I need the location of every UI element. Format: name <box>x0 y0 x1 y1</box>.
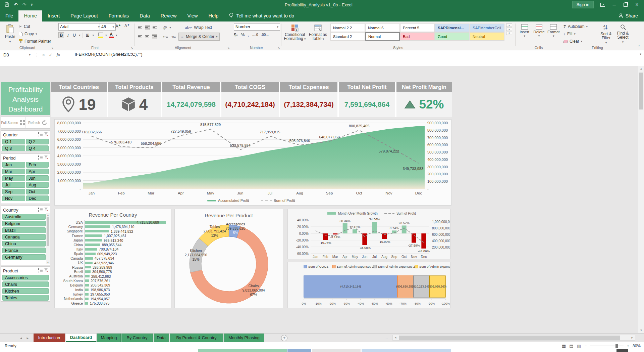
horizontal-scrollbar[interactable]: ◄ ► <box>392 335 635 341</box>
slicer-item-canada[interactable]: Canada <box>2 234 46 240</box>
underline-button[interactable]: U <box>72 33 77 38</box>
align-left-button[interactable] <box>138 35 142 39</box>
slicer-item-dec[interactable]: Dec <box>26 195 49 201</box>
ribbon-tab-help[interactable]: Help <box>203 10 224 21</box>
decrease-decimal-button[interactable]: .00→ <box>261 33 269 37</box>
ribbon-tab-data[interactable]: Data <box>134 10 155 21</box>
sheet-tab-data[interactable]: Data <box>154 334 169 342</box>
clear-filter-button[interactable] <box>44 208 49 213</box>
autosum-button[interactable]: ΣAutoSum▾ <box>564 23 588 30</box>
maximize-button[interactable] <box>621 1 631 9</box>
paste-button[interactable]: Paste▾ <box>3 22 17 43</box>
sheet-tab-introduction[interactable]: Introduction <box>34 334 65 342</box>
name-box[interactable]: D3▾ <box>0 51 32 58</box>
font-size-select[interactable]: 48▾ <box>100 23 116 31</box>
slicer-item-q1[interactable]: Q 1 <box>2 139 25 144</box>
conditional-formatting-button[interactable]: ≠ ConditionalFormatting ▾ <box>283 22 306 41</box>
cancel-button[interactable]: × <box>42 52 45 57</box>
clear-filter-button[interactable] <box>44 132 49 137</box>
font-dialog-launcher[interactable]: ↘ <box>130 46 133 49</box>
zoom-in-button[interactable]: + <box>627 344 629 348</box>
cell-style-bad[interactable]: Bad <box>400 32 435 41</box>
slicer-item-kitchen[interactable]: Kitchen <box>2 288 49 294</box>
ribbon-tab-page-layout[interactable]: Page Layout <box>65 10 103 21</box>
enter-button[interactable]: ✓ <box>49 52 53 57</box>
cell-style-sapmembercell[interactable]: SAPMemberCell <box>470 24 504 32</box>
slicer-item-accessories[interactable]: Accessories <box>2 275 49 280</box>
slicer-item-may[interactable]: May <box>2 175 25 181</box>
slicer-item-china[interactable]: China <box>2 241 46 247</box>
slicer-scrollbar[interactable]: ▲▼ <box>46 213 50 264</box>
slicer-item-jan[interactable]: Jan <box>2 162 25 168</box>
align-middle-button[interactable] <box>145 25 150 30</box>
sign-in-button[interactable]: Sign in <box>572 1 594 8</box>
multi-select-button[interactable] <box>38 156 43 161</box>
profit-trend-chart[interactable]: -1,000,000,0002,000,000,0003,000,000,000… <box>54 119 451 206</box>
delete-cells-button[interactable]: Delete▾ <box>532 21 546 38</box>
zoom-level[interactable]: 80% <box>633 344 641 348</box>
vertical-scroll-thumb[interactable] <box>639 73 643 109</box>
slicer-item-jun[interactable]: Jun <box>26 175 49 181</box>
slicer-item-aug[interactable]: Aug <box>26 182 49 188</box>
ribbon-tab-view[interactable]: View <box>182 10 203 21</box>
slicer-item-q4[interactable]: Q 4 <box>26 145 49 151</box>
slicer-item-apr[interactable]: Apr <box>26 169 49 174</box>
zoom-out-button[interactable]: − <box>584 344 587 348</box>
ribbon-tab-home[interactable]: Home <box>18 10 42 21</box>
styles-scroll-up-button[interactable]: ▲ <box>506 24 512 27</box>
slicer-item-mar[interactable]: Mar <box>2 169 25 174</box>
grow-font-button[interactable]: A▲ <box>115 24 121 29</box>
font-family-select[interactable]: Arial▾ <box>58 23 101 31</box>
borders-button[interactable]: ⊞ <box>85 33 91 38</box>
name-box-dropdown-icon[interactable]: ▾ <box>29 53 31 56</box>
view-normal-button[interactable]: ▦ <box>562 344 566 349</box>
number-dialog-launcher[interactable]: ↘ <box>277 46 280 49</box>
cut-button[interactable]: ✂Cut <box>19 23 51 30</box>
increase-indent-button[interactable]: ⇥≡ <box>171 35 176 39</box>
font-color-button[interactable]: A <box>109 33 114 38</box>
save-button[interactable] <box>5 2 9 7</box>
alignment-dialog-launcher[interactable]: ↘ <box>227 46 230 49</box>
accounting-format-button[interactable]: $▾ <box>234 32 238 37</box>
slicer-item-sep[interactable]: Sep <box>2 189 25 194</box>
cell-style-good[interactable]: Good <box>435 32 470 41</box>
close-button[interactable]: × <box>632 1 642 9</box>
sheet-nav-right-icon[interactable]: ▸ <box>27 336 29 340</box>
cell-style-normal[interactable]: Normal <box>365 32 400 41</box>
scroll-right-icon[interactable]: ► <box>630 336 635 340</box>
fill-button[interactable]: ↓Fill▾ <box>564 30 588 38</box>
clear-filter-button[interactable] <box>44 156 49 161</box>
scroll-left-icon[interactable]: ◄ <box>393 336 398 340</box>
multi-select-button[interactable] <box>38 208 43 213</box>
redo-button[interactable]: ↷ <box>22 2 26 7</box>
minimize-button[interactable]: ─ <box>609 1 619 9</box>
tab-overflow-icon[interactable]: … <box>384 334 388 342</box>
slicer-item-chairs[interactable]: Chairs <box>2 281 49 287</box>
view-page-layout-button[interactable]: ▤ <box>569 344 573 349</box>
collapse-ribbon-button[interactable]: ⌃ <box>638 45 641 49</box>
sheet-tab-by-country[interactable]: By Country <box>121 334 153 342</box>
insert-function-button[interactable]: fx <box>57 52 60 57</box>
slicer-item-jul[interactable]: Jul <box>2 182 25 188</box>
multi-select-button[interactable] <box>38 132 43 137</box>
slicer-item-germany[interactable]: Germany <box>2 254 46 260</box>
share-button[interactable]: Share <box>612 10 644 21</box>
format-cells-button[interactable]: Format▾ <box>546 21 561 38</box>
find-select-button[interactable]: Find & Select▾ <box>615 22 631 44</box>
full-screen-button[interactable]: Full Screen <box>1 117 25 128</box>
ribbon-display-options-button[interactable] <box>598 1 608 9</box>
slicer-item-belgium[interactable]: Belgium <box>2 221 46 226</box>
ribbon-tab-insert[interactable]: Insert <box>42 10 65 21</box>
vertical-scrollbar[interactable]: ▲ ▼ <box>638 66 644 333</box>
format-as-table-button[interactable]: Format asTable ▾ <box>308 22 328 41</box>
cell-style-normal-6[interactable]: Normal 6 <box>365 24 400 32</box>
revenue-per-country-chart[interactable]: Revenue Per Country USA4,713,510,689Germ… <box>54 209 171 308</box>
sheet-tab-dashboard[interactable]: Dashboard <box>66 334 97 342</box>
sheet-tab-mapping[interactable]: Mapping <box>97 334 121 342</box>
copy-button[interactable]: Copy▾ <box>19 30 51 38</box>
align-center-button[interactable] <box>145 35 149 39</box>
view-page-break-button[interactable]: ▥ <box>577 344 581 349</box>
align-bottom-button[interactable] <box>153 26 157 30</box>
sheet-nav-left-icon[interactable]: ◂ <box>20 336 22 340</box>
merge-center-button[interactable]: ⇔Merge & Center▾ <box>178 33 219 41</box>
